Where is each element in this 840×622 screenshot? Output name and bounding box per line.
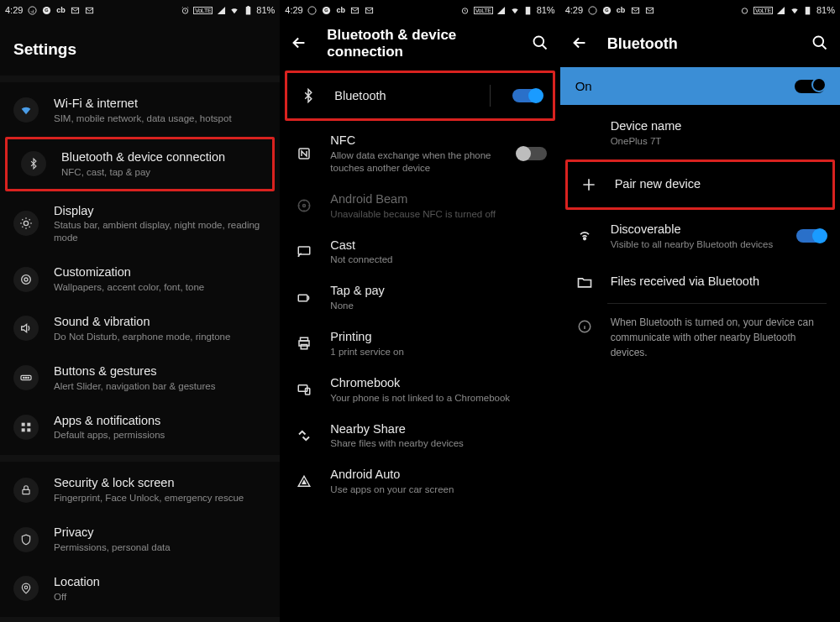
discoverable-icon (574, 225, 596, 247)
print-icon (293, 332, 315, 354)
master-toggle[interactable] (795, 80, 825, 93)
pair-new-device-row[interactable]: Pair new device (565, 159, 835, 210)
page-title: Settings (0, 20, 280, 72)
status-bar: 4:29 G cb VoLTE 81% (280, 0, 559, 20)
nfc-toggle[interactable] (517, 147, 547, 160)
apps-icon (13, 415, 39, 440)
svg-point-46 (743, 8, 748, 13)
nearby-share-icon (293, 425, 315, 447)
settings-display[interactable]: DisplayStatus bar, ambient display, nigh… (0, 193, 280, 255)
svg-rect-35 (299, 295, 308, 301)
bluetooth-connection-panel: 4:29 G cb VoLTE 81% Bluetooth & device c… (280, 0, 559, 622)
volte-icon: VoLTE (753, 7, 773, 14)
svg-point-32 (303, 205, 306, 207)
settings-location[interactable]: LocationOff (0, 564, 280, 614)
device-name-row[interactable]: Device nameOnePlus 7T (560, 105, 840, 158)
location-icon (13, 576, 39, 601)
svg-text:G: G (605, 8, 608, 13)
wifi-setting-icon (13, 97, 39, 123)
privacy-icon (13, 527, 39, 552)
gmail-icon (630, 5, 640, 15)
settings-panel: 4:29 G cb VoLTE 81% Settings Wi-Fi & int… (0, 0, 280, 622)
svg-point-48 (813, 37, 823, 47)
svg-rect-6 (246, 7, 251, 14)
info-text: When Bluetooth is turned on, your device… (611, 315, 827, 360)
nearby-share-row[interactable]: Nearby ShareShare files with nearby devi… (280, 413, 559, 459)
svg-point-12 (24, 378, 24, 379)
search-button[interactable] (811, 34, 830, 53)
signal-icon (776, 5, 786, 15)
search-button[interactable] (532, 34, 550, 53)
svg-point-33 (299, 200, 311, 212)
back-button[interactable] (570, 34, 591, 54)
settings-privacy[interactable]: PrivacyPermissions, personal data (0, 515, 280, 564)
bluetooth-toggle[interactable] (512, 89, 543, 102)
customization-icon (13, 267, 39, 292)
sound-icon (13, 316, 39, 341)
wifi-icon (229, 5, 239, 15)
settings-sound[interactable]: Sound & vibrationDo Not Disturb, earphon… (0, 304, 280, 353)
svg-point-23 (308, 6, 316, 13)
battery-pct: 81% (537, 5, 555, 15)
svg-point-10 (22, 274, 31, 284)
discoverable-row[interactable]: DiscoverableVisible to all nearby Blueto… (560, 212, 840, 261)
display-icon (13, 211, 39, 236)
android-auto-row[interactable]: Android AutoUse apps on your car screen (280, 458, 559, 504)
buttons-icon (13, 365, 39, 390)
cast-icon (293, 241, 315, 263)
svg-point-8 (24, 222, 28, 226)
battery-icon (243, 5, 253, 15)
alarm-icon (740, 5, 750, 15)
nfc-icon (293, 143, 315, 165)
cast-row[interactable]: CastNot connected (280, 229, 559, 275)
discoverable-toggle[interactable] (796, 229, 827, 243)
settings-wifi[interactable]: Wi-Fi & internetSIM, mobile network, dat… (0, 86, 280, 135)
on-label: On (575, 79, 592, 93)
status-time: 4:29 (5, 5, 23, 15)
google-icon: G (322, 5, 332, 15)
svg-point-49 (583, 238, 585, 240)
google-icon: G (41, 5, 51, 15)
android-auto-icon (293, 471, 315, 493)
nfc-row[interactable]: NFCAllow data exchange when the phone to… (280, 124, 559, 183)
wifi-icon (790, 5, 800, 15)
volte-icon: VoLTE (193, 7, 213, 14)
svg-rect-15 (22, 423, 25, 426)
status-time: 4:29 (285, 5, 302, 15)
alarm-icon (460, 5, 470, 15)
folder-icon (574, 271, 596, 293)
svg-point-14 (28, 378, 29, 379)
cb-icon: cb (55, 5, 66, 15)
gmail-icon (350, 5, 360, 15)
bluetooth-toggle-row[interactable]: Bluetooth (285, 71, 554, 121)
settings-bluetooth[interactable]: Bluetooth & device connectionNFC, cast, … (5, 137, 275, 191)
settings-buttons[interactable]: Buttons & gesturesAlert Slider, navigati… (0, 353, 280, 403)
tap-pay-icon (293, 287, 315, 309)
gmail-icon (70, 5, 80, 15)
android-beam-row: Android BeamUnavailable because NFC is t… (280, 183, 559, 229)
back-button[interactable] (290, 34, 310, 54)
settings-customization[interactable]: CustomizationWallpapers, accent color, f… (0, 254, 280, 304)
settings-security[interactable]: Security & lock screenFingerprint, Face … (0, 465, 280, 515)
chromebook-icon (293, 379, 315, 400)
svg-rect-18 (27, 428, 30, 431)
alarm-icon (180, 5, 190, 15)
page-title: Bluetooth & device connection (327, 27, 514, 60)
gmail-icon-2 (644, 5, 654, 15)
svg-rect-19 (23, 489, 29, 494)
svg-rect-16 (27, 423, 30, 426)
svg-rect-29 (526, 7, 531, 14)
svg-rect-34 (299, 247, 311, 254)
tap-pay-row[interactable]: Tap & payNone (280, 274, 559, 321)
svg-rect-7 (247, 6, 249, 7)
files-received-row[interactable]: Files received via Bluetooth (560, 261, 840, 303)
wifi-icon (510, 5, 520, 15)
printing-row[interactable]: Printing1 print service on (280, 321, 559, 367)
settings-apps[interactable]: Apps & notificationsDefault apps, permis… (0, 403, 280, 452)
bluetooth-on-strip[interactable]: On (560, 67, 840, 105)
battery-pct: 81% (816, 5, 835, 15)
svg-text:G: G (45, 8, 48, 13)
chromebook-row[interactable]: ChromebookYour phone is not linked to a … (280, 367, 559, 413)
google-icon: G (601, 5, 612, 15)
whatsapp-icon (27, 5, 37, 15)
